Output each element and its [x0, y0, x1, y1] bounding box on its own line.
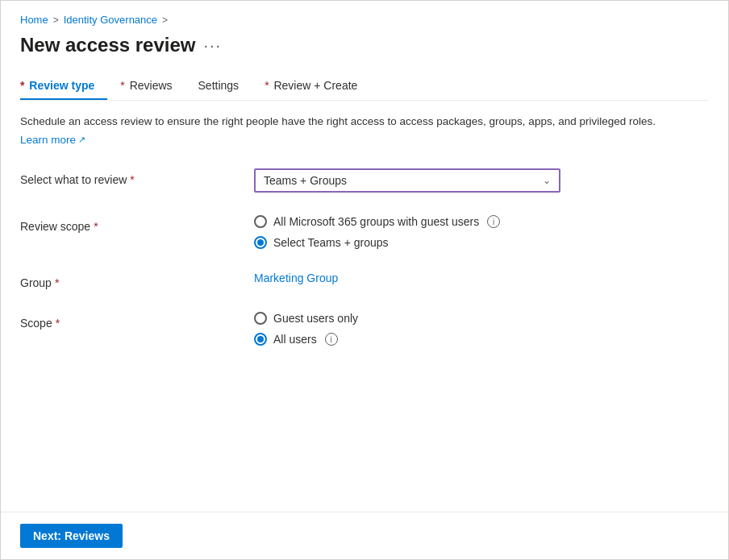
scope-radio-all-m365[interactable] [254, 215, 267, 228]
scope-option-all-m365-label: All Microsoft 365 groups with guest user… [273, 215, 479, 228]
select-what-value: Teams + Groups [264, 174, 347, 187]
main-content: Home > Identity Governance > New access … [1, 1, 728, 512]
scope-option-select-teams[interactable]: Select Teams + groups [254, 236, 709, 249]
group-control: Marketing Group [254, 272, 709, 284]
scope-option-all-m365[interactable]: All Microsoft 365 groups with guest user… [254, 215, 709, 228]
group-label: Group * [20, 272, 254, 289]
scope-option-select-teams-label: Select Teams + groups [273, 236, 389, 249]
tab-review-create-req: * [265, 79, 269, 92]
select-what-dropdown[interactable]: Teams + Groups ⌄ [254, 168, 560, 193]
scope2-option-all-users[interactable]: All users i [254, 333, 709, 346]
group-row: Group * Marketing Group [20, 272, 709, 289]
scope2-all-users-info-icon[interactable]: i [325, 333, 338, 346]
footer: Next: Reviews [1, 512, 728, 559]
learn-more-link[interactable]: Learn more ↗ [20, 134, 85, 146]
scope-row: Scope * Guest users only All users i [20, 312, 709, 346]
group-link[interactable]: Marketing Group [254, 272, 709, 284]
tab-review-type-req: * [20, 79, 24, 92]
scope-all-m365-info-icon[interactable]: i [487, 215, 500, 228]
review-scope-row: Review scope * All Microsoft 365 groups … [20, 215, 709, 249]
tab-reviews-req: * [120, 79, 124, 92]
scope-label: Scope * [20, 312, 254, 330]
description-text: Schedule an access review to ensure the … [20, 114, 709, 130]
select-what-label: Select what to review * [20, 168, 254, 186]
breadcrumb: Home > Identity Governance > [20, 14, 709, 26]
learn-more-label: Learn more [20, 134, 76, 146]
review-scope-label: Review scope * [20, 215, 254, 233]
scope2-option-guest-only-label: Guest users only [273, 312, 358, 325]
tab-review-type-label: Review type [29, 79, 94, 92]
tab-review-create[interactable]: * Review + Create [252, 73, 370, 100]
select-what-row: Select what to review * Teams + Groups ⌄ [20, 168, 709, 193]
tab-review-create-label: Review + Create [273, 79, 357, 92]
scope2-option-guest-only[interactable]: Guest users only [254, 312, 709, 325]
breadcrumb-home[interactable]: Home [20, 14, 48, 26]
scope2-option-all-users-label: All users [273, 333, 317, 346]
tab-review-type[interactable]: * Review type [20, 73, 107, 100]
external-link-icon: ↗ [78, 135, 85, 145]
more-options-button[interactable]: ··· [204, 36, 223, 55]
scope-control: Guest users only All users i [254, 312, 709, 346]
form-section: Select what to review * Teams + Groups ⌄… [20, 168, 709, 362]
scope2-radio-all-users[interactable] [254, 333, 267, 346]
tab-settings[interactable]: Settings [185, 73, 252, 100]
tab-settings-label: Settings [198, 79, 240, 92]
scope-radio-select-teams[interactable] [254, 236, 267, 249]
page-title: New access review [20, 34, 196, 56]
page-wrapper: Home > Identity Governance > New access … [0, 0, 729, 560]
breadcrumb-sep-2: > [162, 15, 168, 26]
review-scope-control: All Microsoft 365 groups with guest user… [254, 215, 709, 249]
next-reviews-button[interactable]: Next: Reviews [20, 524, 123, 548]
select-what-control: Teams + Groups ⌄ [254, 168, 709, 193]
tab-reviews[interactable]: * Reviews [107, 73, 185, 100]
page-title-row: New access review ··· [20, 34, 709, 56]
chevron-down-icon: ⌄ [543, 175, 551, 186]
scope2-radio-guest-only[interactable] [254, 312, 267, 325]
tab-reviews-label: Reviews [130, 79, 173, 92]
tabs-bar: * Review type * Reviews Settings * Revie… [20, 73, 709, 101]
breadcrumb-sep-1: > [53, 15, 59, 26]
breadcrumb-identity-governance[interactable]: Identity Governance [64, 14, 157, 26]
